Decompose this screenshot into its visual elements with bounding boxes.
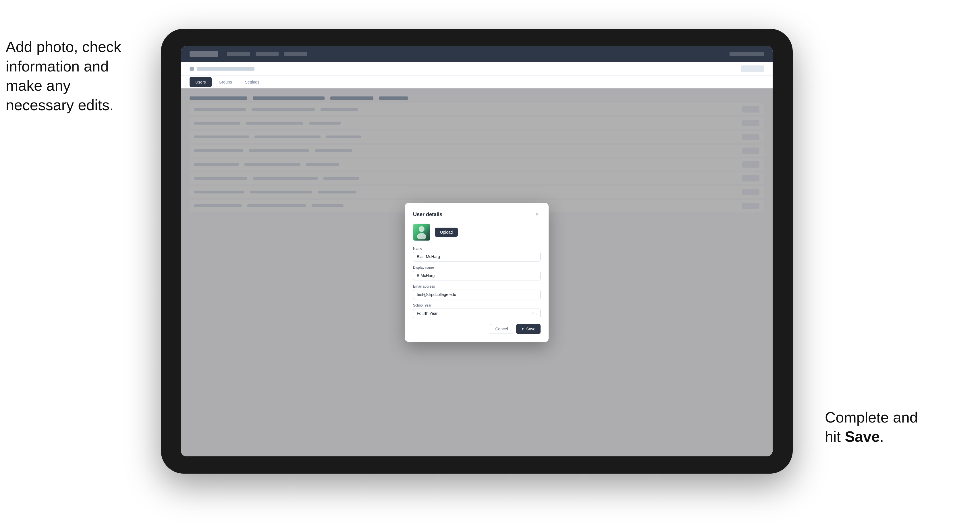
tab-groups[interactable]: Groups: [213, 77, 238, 87]
name-label: Name: [413, 246, 541, 251]
upload-photo-button[interactable]: Upload: [435, 228, 458, 237]
nav-groups: [256, 52, 278, 56]
modal-close-button[interactable]: ×: [534, 211, 541, 218]
display-name-label: Display name: [413, 265, 541, 270]
save-icon: ⬆: [521, 327, 525, 331]
school-year-select[interactable]: First Year Second Year Third Year Fourth…: [413, 309, 541, 318]
name-input[interactable]: [413, 252, 541, 262]
app-logo: [189, 51, 218, 57]
breadcrumb-icon: [189, 67, 194, 71]
tabs-bar: Users Groups Settings: [181, 76, 773, 89]
cancel-button[interactable]: Cancel: [490, 324, 513, 334]
email-label: Email address: [413, 284, 541, 289]
edit-profile-action[interactable]: [741, 65, 764, 72]
header-right-action: [730, 52, 764, 56]
nav-admin: [284, 52, 307, 56]
display-name-field-group: Display name: [413, 265, 541, 281]
tab-users[interactable]: Users: [189, 77, 212, 87]
email-input[interactable]: [413, 290, 541, 299]
svg-point-3: [419, 226, 425, 232]
school-year-field-group: School Year First Year Second Year Third…: [413, 303, 541, 318]
photo-section: Upload: [413, 224, 541, 241]
main-content: User details ×: [181, 89, 773, 456]
school-year-select-wrapper: First Year Second Year Third Year Fourth…: [413, 309, 541, 318]
display-name-input[interactable]: [413, 271, 541, 281]
person-silhouette: [416, 225, 427, 240]
nav-connections: [227, 52, 250, 56]
modal-header: User details ×: [413, 211, 541, 218]
user-details-modal: User details ×: [405, 203, 549, 342]
photo-thumbnail: [413, 224, 430, 241]
select-icons: × ⌄: [532, 311, 538, 316]
user-photo: [413, 224, 430, 241]
email-field-group: Email address: [413, 284, 541, 299]
name-field-group: Name: [413, 246, 541, 262]
app-nav: [227, 52, 307, 56]
modal-footer: Cancel ⬆ Save: [413, 324, 541, 334]
chevron-down-icon: ⌄: [535, 311, 538, 316]
save-button[interactable]: ⬆ Save: [516, 324, 541, 334]
breadcrumb-text: [197, 67, 255, 71]
annotation-left: Add photo, check information and make an…: [6, 37, 143, 115]
tablet-device: Users Groups Settings: [161, 29, 793, 474]
tablet-screen: Users Groups Settings: [181, 46, 773, 456]
annotation-right: Complete and hit Save.: [825, 408, 963, 447]
svg-point-4: [417, 233, 426, 240]
sub-header: [181, 62, 773, 76]
modal-title: User details: [413, 211, 442, 217]
app-header: [181, 46, 773, 62]
select-clear-icon[interactable]: ×: [532, 311, 534, 316]
school-year-label: School Year: [413, 303, 541, 307]
modal-overlay: User details ×: [181, 89, 773, 456]
tab-settings[interactable]: Settings: [239, 77, 265, 87]
